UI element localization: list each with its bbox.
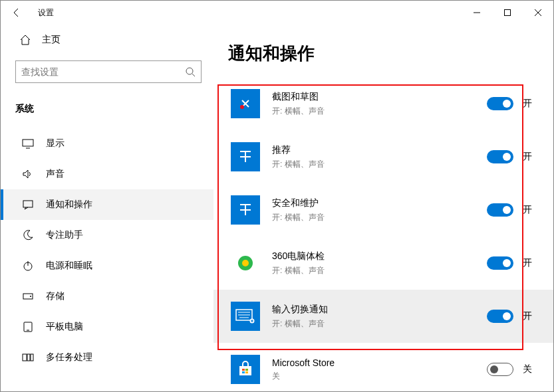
nav-item-label: 存储 xyxy=(46,290,65,302)
nav-list: 显示声音通知和操作专注助手电源和睡眠存储平板电脑多任务处理 xyxy=(1,128,213,373)
app-row[interactable]: 截图和草图开: 横幅、声音开 xyxy=(213,77,553,130)
app-text: 安全和维护开: 横幅、声音 xyxy=(272,197,392,223)
svg-rect-1 xyxy=(505,10,511,16)
app-name: 截图和草图 xyxy=(272,91,392,103)
svg-point-19 xyxy=(242,260,249,266)
nav-item-display[interactable]: 显示 xyxy=(1,128,213,159)
app-row[interactable]: Microsoft Store关关 xyxy=(213,343,553,391)
app-text: 360电脑体检开: 横幅、声音 xyxy=(272,250,392,276)
svg-point-2 xyxy=(186,68,193,74)
maximize-icon xyxy=(503,9,511,17)
app-row[interactable]: 360电脑体检开: 横幅、声音开 xyxy=(213,237,553,290)
nav-item-label: 平板电脑 xyxy=(46,321,83,333)
content-area: 主页 系统 显示声音通知和操作专注助手电源和睡眠存储平板电脑多任务处理 通知和操… xyxy=(1,25,553,391)
main-panel: 通知和操作 截图和草图开: 横幅、声音开推荐开: 横幅、声音开安全和维护开: 横… xyxy=(213,25,553,391)
toggle-state-label: 开 xyxy=(523,310,536,322)
toggle-wrap: 开 xyxy=(487,310,536,323)
power-icon xyxy=(22,260,34,272)
search-input[interactable] xyxy=(21,66,185,77)
multitask-icon xyxy=(22,351,34,363)
toggle-state-label: 关 xyxy=(523,363,536,375)
nav-item-label: 显示 xyxy=(46,138,65,149)
toggle-switch[interactable] xyxy=(487,363,513,376)
svg-rect-27 xyxy=(245,369,248,371)
toggle-switch[interactable] xyxy=(487,310,513,323)
nav-item-storage[interactable]: 存储 xyxy=(1,281,213,312)
nav-item-label: 电源和睡眠 xyxy=(46,260,92,272)
svg-rect-26 xyxy=(242,369,245,371)
nav-item-label: 专注助手 xyxy=(46,229,83,241)
toggle-switch[interactable] xyxy=(487,256,513,270)
app-sub: 开: 横幅、声音 xyxy=(272,159,392,170)
sidebar-group-label: 系统 xyxy=(1,88,213,124)
toggle-state-label: 开 xyxy=(523,257,536,269)
search-icon xyxy=(185,66,196,77)
nav-item-tablet[interactable]: 平板电脑 xyxy=(1,312,213,342)
svg-rect-28 xyxy=(242,371,245,373)
app-icon-360 xyxy=(231,248,260,278)
window-title: 设置 xyxy=(38,7,54,19)
svg-line-3 xyxy=(192,74,195,76)
app-sub: 关 xyxy=(272,371,392,382)
app-text: 推荐开: 横幅、声音 xyxy=(272,144,392,170)
app-row[interactable]: 输入切换通知开: 横幅、声音开 xyxy=(213,290,553,343)
nav-item-label: 通知和操作 xyxy=(46,199,92,211)
toggle-state-label: 开 xyxy=(523,151,536,163)
arrow-left-icon xyxy=(11,7,22,18)
svg-rect-13 xyxy=(23,354,27,361)
notify-icon xyxy=(22,199,34,211)
toggle-wrap: 关 xyxy=(487,363,536,376)
nav-item-notify[interactable]: 通知和操作 xyxy=(1,189,213,220)
toggle-state-label: 开 xyxy=(523,204,536,216)
nav-item-sound[interactable]: 声音 xyxy=(1,159,213,189)
search-container xyxy=(1,55,213,88)
home-nav[interactable]: 主页 xyxy=(1,25,213,55)
app-sub: 开: 横幅、声音 xyxy=(272,106,392,117)
app-icon-keyboard xyxy=(231,302,260,331)
app-row[interactable]: 推荐开: 横幅、声音开 xyxy=(213,130,553,183)
nav-item-moon[interactable]: 专注助手 xyxy=(1,220,213,250)
toggle-switch[interactable] xyxy=(487,97,513,110)
app-name: Microsoft Store xyxy=(272,357,392,368)
svg-rect-15 xyxy=(31,354,33,361)
back-button[interactable] xyxy=(6,2,27,23)
maximize-button[interactable] xyxy=(492,2,523,23)
toggle-wrap: 开 xyxy=(487,256,536,270)
toggle-switch[interactable] xyxy=(487,150,513,163)
app-name: 360电脑体检 xyxy=(272,250,392,262)
close-icon xyxy=(534,9,542,17)
home-icon xyxy=(19,34,31,46)
moon-icon xyxy=(22,229,34,241)
minimize-button[interactable] xyxy=(462,2,492,23)
app-sub: 开: 横幅、声音 xyxy=(272,212,392,223)
svg-rect-29 xyxy=(245,371,248,373)
svg-point-10 xyxy=(30,296,31,297)
nav-item-multitask[interactable]: 多任务处理 xyxy=(1,342,213,373)
app-sub: 开: 横幅、声音 xyxy=(272,318,392,330)
toggle-state-label: 开 xyxy=(523,98,536,110)
svg-rect-14 xyxy=(27,354,30,361)
app-row[interactable]: 安全和维护开: 横幅、声音开 xyxy=(213,183,553,237)
sidebar: 主页 系统 显示声音通知和操作专注助手电源和睡眠存储平板电脑多任务处理 xyxy=(1,25,213,391)
minimize-icon xyxy=(473,9,481,17)
app-icon-snip xyxy=(231,89,260,118)
display-icon xyxy=(22,138,34,149)
app-name: 推荐 xyxy=(272,144,392,156)
app-icon-tile xyxy=(231,142,260,171)
app-list: 截图和草图开: 横幅、声音开推荐开: 横幅、声音开安全和维护开: 横幅、声音开3… xyxy=(213,77,553,391)
svg-point-17 xyxy=(240,105,244,109)
app-icon-store xyxy=(231,355,260,384)
svg-rect-6 xyxy=(23,201,33,207)
close-button[interactable] xyxy=(523,2,553,23)
home-label: 主页 xyxy=(42,34,61,46)
app-sub: 开: 横幅、声音 xyxy=(272,265,392,276)
search-box[interactable] xyxy=(15,60,202,83)
app-text: 输入切换通知开: 横幅、声音 xyxy=(272,304,392,330)
nav-item-power[interactable]: 电源和睡眠 xyxy=(1,250,213,281)
tablet-icon xyxy=(22,321,34,333)
app-name: 输入切换通知 xyxy=(272,304,392,316)
titlebar: 设置 xyxy=(1,1,553,25)
toggle-switch[interactable] xyxy=(487,203,513,217)
app-text: 截图和草图开: 横幅、声音 xyxy=(272,91,392,117)
page-title: 通知和操作 xyxy=(213,25,553,77)
